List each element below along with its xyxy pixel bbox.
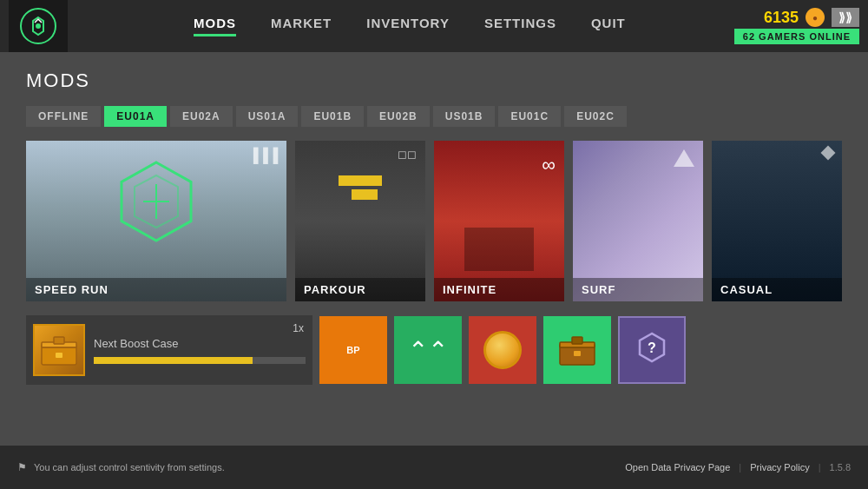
card-parkour[interactable]: ◻◻ PARKOUR <box>295 141 425 301</box>
surf-label: SURF <box>573 278 703 301</box>
card-speedrun[interactable]: ▐▐▐ SPEED RUN <box>26 141 286 301</box>
header-right: 6135 ● ⟫⟫ 62 GAMERS ONLINE <box>734 8 859 44</box>
bp-icon: BP <box>346 346 359 355</box>
main-content: MODS OFFLINE EU01A EU02A US01A EU01B EU0… <box>0 52 868 402</box>
online-badge: 62 GAMERS ONLINE <box>734 29 859 44</box>
divider2: | <box>819 462 821 472</box>
currency-amount: 6135 <box>764 9 799 27</box>
parkour-icon: ◻◻ <box>398 148 417 161</box>
tab-eu02b[interactable]: EU02B <box>367 106 430 127</box>
tab-us01a[interactable]: US01A <box>236 106 299 127</box>
svg-rect-8 <box>56 353 62 358</box>
card-casual[interactable]: CASUAL <box>712 141 842 301</box>
version-label: 1.5.8 <box>830 462 851 472</box>
svg-rect-12 <box>572 337 582 344</box>
nav-mods[interactable]: MODS <box>194 16 236 36</box>
mystery-icon: ? <box>635 330 669 371</box>
divider1: | <box>739 462 741 472</box>
parkour-label: PARKOUR <box>295 278 425 301</box>
currency-row: 6135 ● ⟫⟫ <box>764 8 859 27</box>
mystery-button[interactable]: ? <box>618 316 686 384</box>
svg-rect-7 <box>54 337 64 344</box>
speedrun-icon: ▐▐▐ <box>248 148 278 163</box>
card-infinite[interactable]: ∞ INFINITE <box>434 141 564 301</box>
bp-button[interactable]: BP <box>319 316 387 384</box>
logo-icon <box>20 8 56 44</box>
server-tabs: OFFLINE EU01A EU02A US01A EU01B EU02B US… <box>26 106 842 127</box>
svg-text:?: ? <box>648 340 656 355</box>
card-surf[interactable]: SURF <box>573 141 703 301</box>
coin-button[interactable] <box>469 316 536 384</box>
case-image <box>33 324 85 376</box>
logo-area <box>9 0 68 52</box>
bottom-row: Next Boost Case 1x BP ⌃⌃ <box>26 315 842 385</box>
nav-inventory[interactable]: INVENTORY <box>366 16 450 36</box>
tab-us01b[interactable]: US01B <box>433 106 496 127</box>
infinite-icon: ∞ <box>542 154 556 176</box>
tab-eu02c[interactable]: EU02C <box>564 106 627 127</box>
case-label: Next Boost Case <box>94 337 306 350</box>
case-count: 1x <box>293 322 304 334</box>
casual-diamond-icon <box>821 146 836 161</box>
tab-eu01b[interactable]: EU01B <box>301 106 364 127</box>
chevron-up-icon: ⌃⌃ <box>408 336 448 365</box>
case-content: Next Boost Case <box>94 337 306 364</box>
nav-items: MODS MARKET INVENTORY SETTINGS QUIT <box>85 16 734 36</box>
speedrun-label: SPEED RUN <box>26 278 286 301</box>
section-title: MODS <box>26 69 842 92</box>
boost-case-panel: Next Boost Case 1x <box>26 315 312 385</box>
casual-label: CASUAL <box>712 278 842 301</box>
header: MODS MARKET INVENTORY SETTINGS QUIT 6135… <box>0 0 868 52</box>
boost-button[interactable]: ⟫⟫ <box>832 8 859 27</box>
privacy-policy-link[interactable]: Privacy Policy <box>750 462 809 472</box>
tab-eu01a[interactable]: EU01A <box>104 106 167 127</box>
svg-point-0 <box>36 23 41 29</box>
nav-settings[interactable]: SETTINGS <box>484 16 556 36</box>
infinite-label: INFINITE <box>434 278 564 301</box>
tab-offline[interactable]: OFFLINE <box>26 106 101 127</box>
privacy-page-link[interactable]: Open Data Privacy Page <box>625 462 730 472</box>
progress-fill <box>94 357 253 364</box>
progress-bar <box>94 357 306 364</box>
hint-text: You can adjust control sentivity from se… <box>34 462 225 472</box>
case-button[interactable] <box>543 316 611 384</box>
nav-market[interactable]: MARKET <box>271 16 332 36</box>
tab-eu02a[interactable]: EU02A <box>170 106 233 127</box>
boost-rank-button[interactable]: ⌃⌃ <box>394 316 462 384</box>
surf-arrow-icon <box>674 149 694 167</box>
parkour-shape <box>334 175 386 219</box>
svg-rect-13 <box>574 351 581 356</box>
flag-icon: ⚑ <box>17 461 27 473</box>
boost-arrows-icon: ⟫⟫ <box>838 10 852 24</box>
coin-large-icon <box>483 331 522 369</box>
tab-eu01c[interactable]: EU01C <box>498 106 561 127</box>
footer-hint: ⚑ You can adjust control sentivity from … <box>17 461 225 473</box>
case-btn-icon <box>558 334 596 367</box>
footer: ⚑ You can adjust control sentivity from … <box>0 446 868 489</box>
game-cards: ▐▐▐ SPEED RUN ◻◻ PARKOUR ∞ <box>26 141 842 301</box>
nav-quit[interactable]: QUIT <box>591 16 626 36</box>
speedrun-hex <box>113 158 200 248</box>
footer-links: Open Data Privacy Page | Privacy Policy … <box>625 462 851 472</box>
infinite-visual <box>464 228 534 271</box>
coin-icon: ● <box>806 8 825 27</box>
